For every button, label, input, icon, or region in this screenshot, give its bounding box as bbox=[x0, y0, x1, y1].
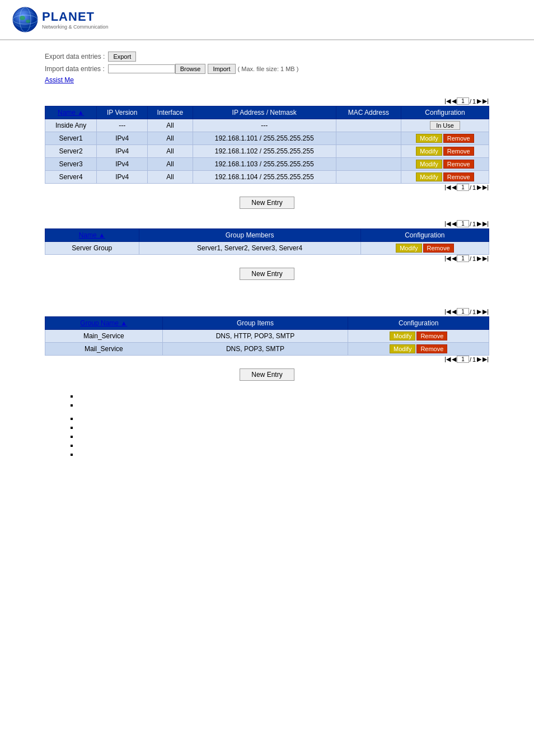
total-pages-1b: 1 bbox=[472, 184, 476, 191]
bullet-item-2-2 bbox=[78, 423, 489, 431]
col-name: Name ▲ bbox=[45, 106, 97, 119]
next-page-icon[interactable]: ▶ bbox=[477, 97, 481, 105]
prev-page-icon-b[interactable]: ◀ bbox=[452, 184, 456, 191]
svg-point-5 bbox=[26, 20, 30, 23]
remove-button[interactable]: Remove bbox=[416, 332, 447, 340]
col-svcgrp-items: Group Items bbox=[162, 317, 348, 330]
import-file-input[interactable] bbox=[108, 64, 175, 73]
last-page-icon[interactable]: ▶| bbox=[483, 97, 489, 105]
t3-first-icon-b[interactable]: |◀ bbox=[444, 356, 451, 363]
t3-page-input[interactable] bbox=[457, 308, 469, 315]
t3-last-icon[interactable]: ▶| bbox=[483, 308, 489, 315]
bullets-section-2 bbox=[67, 414, 489, 458]
import-label: Import data entries : bbox=[45, 65, 105, 73]
table-row: Server1IPv4All192.168.1.101 / 255.255.25… bbox=[45, 132, 489, 145]
t2-last-icon[interactable]: ▶| bbox=[483, 220, 489, 227]
assist-me-link[interactable]: Assist Me bbox=[45, 76, 74, 84]
browse-button[interactable]: Browse bbox=[175, 64, 206, 74]
col-interface: Interface bbox=[148, 106, 193, 119]
ip-version-cell: IPv4 bbox=[97, 145, 148, 158]
config-cell: ModifyRemove bbox=[348, 330, 489, 343]
ip-address-cell: 192.168.1.101 / 255.255.255.255 bbox=[193, 132, 336, 145]
modify-button[interactable]: Modify bbox=[390, 344, 415, 353]
col-ip-version: IP Version bbox=[97, 106, 148, 119]
remove-button[interactable]: Remove bbox=[443, 134, 474, 143]
svcgrp-name-cell: Mail_Service bbox=[45, 343, 163, 356]
config-cell: ModifyRemove bbox=[360, 242, 489, 255]
t3-next-icon-b[interactable]: ▶ bbox=[477, 356, 481, 363]
t2-prev-icon[interactable]: ◀ bbox=[452, 220, 456, 227]
config-cell: ModifyRemove bbox=[401, 145, 489, 158]
t3-last-icon-b[interactable]: ▶| bbox=[483, 356, 489, 363]
page-input-1[interactable] bbox=[457, 97, 469, 105]
t3-first-icon[interactable]: |◀ bbox=[444, 308, 451, 315]
remove-button[interactable]: Remove bbox=[443, 160, 474, 169]
t2-next-icon[interactable]: ▶ bbox=[477, 220, 481, 227]
prev-page-icon[interactable]: ◀ bbox=[452, 97, 456, 105]
ip-address-cell: 192.168.1.103 / 255.255.255.255 bbox=[193, 158, 336, 171]
modify-button[interactable]: Modify bbox=[416, 160, 442, 169]
modify-button[interactable]: Modify bbox=[416, 134, 442, 143]
config-cell: ModifyRemove bbox=[401, 132, 489, 145]
bullet-item-2-5 bbox=[78, 450, 489, 458]
table2-new-entry-button[interactable]: New Entry bbox=[240, 268, 294, 280]
t3-prev-icon-b[interactable]: ◀ bbox=[452, 356, 456, 363]
table2-pagination-top: |◀ ◀ / 1 ▶ ▶| bbox=[45, 220, 489, 227]
address-name-cell: Server2 bbox=[45, 145, 97, 158]
sort-grp-name-link[interactable]: Name ▲ bbox=[79, 231, 105, 239]
bullet-item-2-3 bbox=[78, 432, 489, 440]
t2-prev-icon-b[interactable]: ◀ bbox=[452, 255, 456, 262]
first-page-icon-b[interactable]: |◀ bbox=[444, 184, 451, 191]
next-page-icon-b[interactable]: ▶ bbox=[477, 184, 481, 191]
bullet-item-2-4 bbox=[78, 441, 489, 449]
last-page-icon-b[interactable]: ▶| bbox=[483, 184, 489, 191]
page-input-1b[interactable] bbox=[457, 184, 469, 191]
planet-globe-icon bbox=[11, 6, 39, 34]
t2-next-icon-b[interactable]: ▶ bbox=[477, 255, 481, 262]
t2-page-input-b[interactable] bbox=[457, 255, 469, 262]
mac-address-cell bbox=[336, 145, 401, 158]
modify-button[interactable]: Modify bbox=[396, 244, 421, 253]
table1-new-entry-button[interactable]: New Entry bbox=[240, 197, 294, 209]
t2-last-icon-b[interactable]: ▶| bbox=[483, 255, 489, 262]
mac-address-cell bbox=[336, 119, 401, 132]
table-row: Server4IPv4All192.168.1.104 / 255.255.25… bbox=[45, 171, 489, 184]
export-button[interactable]: Export bbox=[108, 52, 136, 62]
address-groups-table: Name ▲ Group Members Configuration Serve… bbox=[45, 228, 489, 255]
col-svcgrp-config: Configuration bbox=[348, 317, 489, 330]
modify-button[interactable]: Modify bbox=[416, 147, 442, 156]
t3-page-input-b[interactable] bbox=[457, 356, 469, 363]
table3-new-entry-button[interactable]: New Entry bbox=[240, 368, 294, 381]
ip-version-cell: IPv4 bbox=[97, 158, 148, 171]
remove-button[interactable]: Remove bbox=[416, 344, 447, 353]
t2-first-icon[interactable]: |◀ bbox=[444, 220, 451, 227]
t2-first-icon-b[interactable]: |◀ bbox=[444, 255, 451, 262]
svg-point-4 bbox=[20, 16, 25, 20]
remove-button[interactable]: Remove bbox=[423, 244, 454, 253]
import-button[interactable]: Import bbox=[208, 64, 235, 74]
t2-page-input[interactable] bbox=[457, 220, 469, 227]
mac-address-cell bbox=[336, 171, 401, 184]
col-configuration: Configuration bbox=[401, 106, 489, 119]
modify-button[interactable]: Modify bbox=[416, 172, 442, 181]
t3-next-icon[interactable]: ▶ bbox=[477, 308, 481, 315]
remove-button[interactable]: Remove bbox=[443, 147, 474, 156]
sort-name-link[interactable]: Name ▲ bbox=[58, 109, 84, 116]
ip-address-cell: 192.168.1.104 / 255.255.255.255 bbox=[193, 171, 336, 184]
sort-svcgrp-name-link[interactable]: Group Name ▲ bbox=[80, 319, 127, 327]
first-page-icon[interactable]: |◀ bbox=[444, 97, 451, 105]
group-name-cell: Server Group bbox=[45, 242, 139, 255]
modify-button[interactable]: Modify bbox=[390, 332, 415, 340]
interface-cell: All bbox=[148, 145, 193, 158]
page-header: PLANET Networking & Communication bbox=[0, 0, 534, 40]
t3-prev-icon[interactable]: ◀ bbox=[452, 308, 456, 315]
logo: PLANET Networking & Communication bbox=[11, 6, 109, 34]
ip-version-cell: IPv4 bbox=[97, 171, 148, 184]
export-label: Export data entries : bbox=[45, 53, 105, 60]
col-svcgrp-name: Group Name ▲ bbox=[45, 317, 163, 330]
remove-button[interactable]: Remove bbox=[443, 172, 474, 181]
col-grp-name: Name ▲ bbox=[45, 229, 139, 242]
import-row: Import data entries : Browse Import ( Ma… bbox=[45, 64, 489, 74]
table-row: Server GroupServer1, Server2, Server3, S… bbox=[45, 242, 489, 255]
config-cell: ModifyRemove bbox=[401, 158, 489, 171]
